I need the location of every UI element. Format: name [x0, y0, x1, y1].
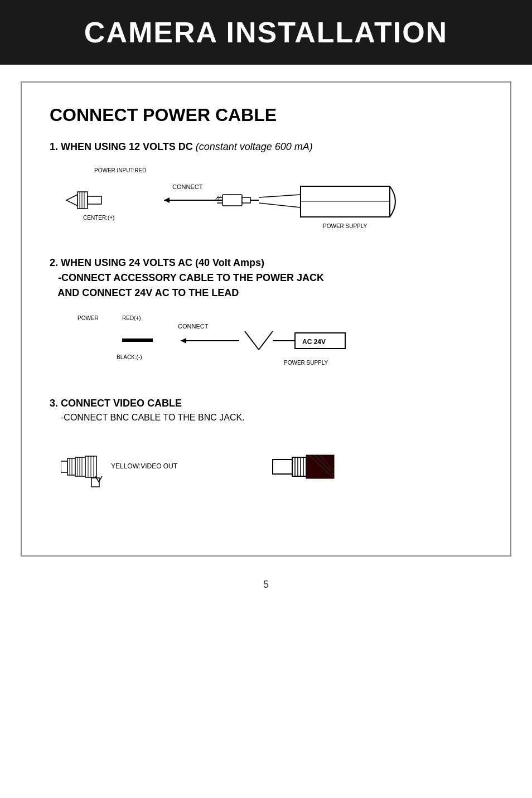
dc-plug-body: [223, 195, 242, 206]
subsection-1-title-bold: 1. WHEN USING 12 VOLTS DC: [50, 141, 196, 152]
connector-body: [78, 192, 88, 209]
dc-power-diagram: POWER INPUT:RED CENTER:(+) CONNECT: [61, 164, 482, 239]
ac-power-diagram: POWER RED(+) BLACK:(-) CONNECT AC 24V PO…: [61, 312, 482, 381]
page-title: CAMERA INSTALLATION: [22, 16, 510, 49]
connect-label-1: CONNECT: [172, 183, 203, 190]
subsection-2-line2: -CONNECT ACCESSORY CABLE TO THE POWER JA…: [50, 270, 482, 286]
red-label: RED(+): [122, 315, 141, 321]
center-label: CENTER:(+): [83, 215, 114, 221]
bnc-body-a: [75, 457, 85, 476]
subsection-3-title: 3. CONNECT VIDEO CABLE: [50, 398, 482, 409]
content-box: CONNECT POWER CABLE 1. WHEN USING 12 VOL…: [21, 81, 511, 557]
bnc-ridge-a: [67, 458, 75, 475]
header-banner: CAMERA INSTALLATION: [0, 0, 532, 65]
power-supply-curve: [390, 186, 395, 217]
arrow-head: [164, 197, 170, 203]
subsection-1-title-italic: (constant voltage 600 mA): [196, 141, 313, 152]
cable-section: [88, 196, 101, 204]
page-number: 5: [263, 579, 269, 591]
camera-tip: [66, 195, 78, 206]
subsection-2-title: 2. WHEN USING 24 VOLTS AC (40 Volt Amps)…: [50, 255, 482, 301]
main-section-title: CONNECT POWER CABLE: [50, 105, 482, 125]
conn-line-bottom: [259, 203, 301, 207]
subsection-2-line1: 2. WHEN USING 24 VOLTS AC (40 Volt Amps): [50, 255, 482, 270]
bnc-right-stripes: [292, 457, 306, 476]
ac-left-top: [245, 331, 259, 350]
bnc-mount: [91, 478, 99, 487]
connect-label-2: CONNECT: [178, 323, 209, 330]
ac24v-text: AC 24V: [302, 338, 326, 346]
bnc-right-body: [273, 460, 292, 474]
dc-diagram-svg: POWER INPUT:RED CENTER:(+) CONNECT: [61, 164, 451, 236]
subsection-3-sub: -CONNECT BNC CABLE TO THE BNC JACK.: [61, 413, 482, 423]
power-supply-label-1: POWER SUPPLY: [323, 223, 367, 229]
subsection-2-line3: AND CONNECT 24V AC TO THE LEAD: [50, 286, 482, 301]
bnc-diagram: YELLOW:VIDEO OUT: [61, 436, 482, 505]
conn-line-top: [259, 195, 301, 197]
power-supply-label-2: POWER SUPPLY: [284, 360, 328, 366]
dc-plug-tip: [242, 197, 250, 203]
bnc-left-cap: [61, 461, 67, 472]
wire-red: [122, 338, 153, 342]
ac-left-bottom: [259, 331, 273, 350]
power-input-label: POWER INPUT:RED: [94, 167, 146, 173]
black-label: BLACK:(-): [117, 354, 142, 360]
ac-diagram-svg: POWER RED(+) BLACK:(-) CONNECT AC 24V PO…: [61, 312, 440, 379]
arrow-head-2: [181, 338, 186, 344]
power-label: POWER: [78, 315, 99, 321]
subsection-1-title: 1. WHEN USING 12 VOLTS DC (constant volt…: [50, 141, 482, 153]
yellow-video-label: YELLOW:VIDEO OUT: [111, 462, 178, 470]
bnc-diagram-svg: YELLOW:VIDEO OUT: [61, 436, 451, 503]
